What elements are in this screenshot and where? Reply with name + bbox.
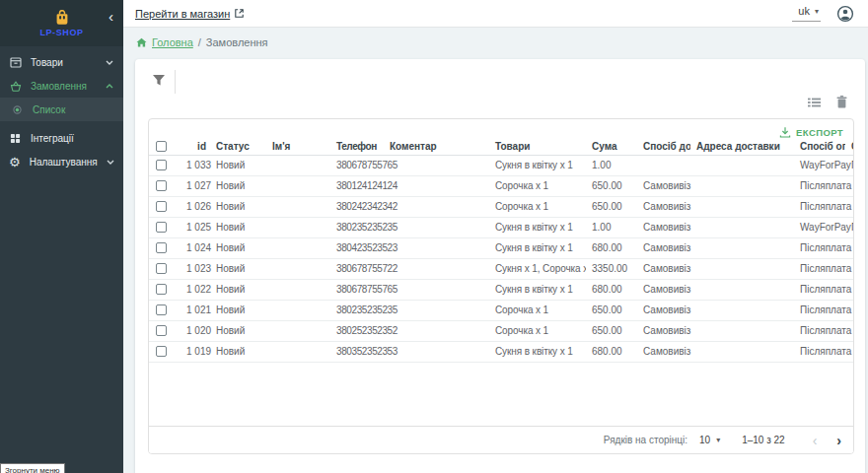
logo[interactable]: LP-SHOP [39, 10, 83, 37]
cell-address [690, 258, 794, 279]
shopping-bag-icon [54, 10, 70, 26]
breadcrumb-home-link[interactable]: Головна [152, 36, 193, 48]
order-row[interactable]: 1 024 Новий 380423523523 Сукня в квітку … [149, 237, 854, 258]
sidebar-subitem-label: Список [33, 104, 65, 115]
row-checkbox[interactable] [156, 242, 167, 253]
cell-id: 1 033 [181, 155, 210, 175]
row-checkbox[interactable] [156, 304, 167, 315]
order-row[interactable]: 1 019 Новий 380352352353 Сукня в квітку … [149, 341, 854, 362]
cell-payment: Післяплата [794, 237, 845, 258]
sidebar-item-integrations[interactable]: Інтеграції [0, 126, 123, 150]
grid-icon [9, 133, 22, 144]
cell-checkbox [149, 258, 181, 279]
cell-sum: 650.00 [586, 196, 637, 217]
account-button[interactable] [836, 5, 854, 23]
cell-phone: 380678755722 [332, 258, 384, 279]
col-header-comment: Коментар [384, 138, 489, 155]
order-row[interactable]: 1 026 Новий 380242342342 Сорочка x 1 650… [149, 196, 854, 217]
cell-goods: Сорочка x 1 [489, 300, 586, 320]
topbar: Перейти в магазин uk ▾ [123, 0, 868, 28]
cell-phone: 380423523523 [332, 237, 384, 258]
cell-phone: 380678755765 [332, 155, 384, 175]
cell-goods: Сорочка x 1 [489, 196, 586, 217]
funnel-icon [152, 74, 166, 87]
col-header-sum: Сума [586, 138, 637, 155]
sidebar-item-orders[interactable]: Замовлення [0, 74, 123, 98]
cell-phone: 380252352352 [332, 320, 384, 341]
external-link-icon [234, 8, 245, 19]
next-page-button[interactable]: › [832, 434, 845, 447]
cell-name [266, 217, 332, 237]
language-select[interactable]: uk ▾ [792, 5, 821, 22]
row-checkbox[interactable] [156, 263, 167, 274]
cell-name [266, 341, 332, 362]
row-checkbox[interactable] [156, 160, 167, 170]
cell-comment [384, 217, 489, 237]
view-list-button[interactable] [808, 98, 821, 107]
delete-button[interactable] [836, 96, 847, 108]
cell-comment [384, 320, 489, 341]
orders-panel: ЕКСПОРТ id Статус Ім'я Телефон К [135, 59, 865, 473]
row-checkbox[interactable] [156, 222, 167, 233]
row-checkbox[interactable] [156, 201, 167, 212]
cell-phone: 380352352353 [332, 341, 384, 362]
order-row[interactable]: 1 021 Новий 380235235235 Сорочка x 1 650… [149, 300, 854, 320]
cell-delivery: Самовивіз [637, 217, 690, 237]
rows-per-page-select[interactable]: 10 ▾ [699, 435, 720, 445]
cell-status: Новий [210, 258, 266, 279]
cell-name [266, 237, 332, 258]
caret-down-icon: ▾ [815, 7, 819, 16]
row-checkbox[interactable] [156, 346, 167, 357]
cell-delivery: Самовивіз [637, 175, 690, 196]
col-header-name: Ім'я [266, 138, 332, 155]
sidebar-item-label: Налаштування [30, 157, 98, 168]
cell-goods: Сукня x 1, Сорочка x 4 [489, 258, 586, 279]
cell-phone: 380678755765 [332, 279, 384, 300]
cell-id: 1 023 [181, 258, 210, 279]
sidebar-item-label: Замовлення [31, 81, 87, 92]
export-button[interactable]: ЕКСПОРТ [779, 126, 843, 138]
sidebar-item-products[interactable]: Товари [0, 50, 123, 74]
row-checkbox[interactable] [156, 284, 167, 295]
pagination-bar: Рядків на сторінці: 10 ▾ 1–10 з 22 ‹ › [149, 426, 853, 453]
cell-comment [384, 279, 489, 300]
order-row[interactable]: 1 025 Новий 380235235235 Сукня в квітку … [149, 217, 854, 237]
breadcrumb-separator: / [198, 36, 201, 48]
radio-dot-icon [11, 105, 24, 114]
col-header-status: Статус [210, 138, 266, 155]
sidebar-item-orders-list[interactable]: Список [0, 98, 123, 121]
cell-status: Новий [210, 217, 266, 237]
view-list-icon [808, 98, 821, 107]
order-row[interactable]: 1 033 Новий 380678755765 Сукня в квітку … [149, 155, 854, 175]
home-icon [136, 37, 147, 47]
prev-page-button[interactable]: ‹ [809, 434, 822, 447]
filter-button[interactable] [148, 70, 170, 90]
order-row[interactable]: 1 027 Новий 380124124124 Сорочка x 1 650… [149, 175, 854, 196]
go-to-store-link[interactable]: Перейти в магазин [135, 8, 245, 20]
chevron-down-icon [107, 160, 114, 165]
cell-goods: Сукня в квітку x 1 [489, 217, 586, 237]
sidebar-nav: Товари Замовлення Список [0, 46, 123, 173]
cell-checkbox [149, 320, 181, 341]
collapse-sidebar-button[interactable]: ‹ [108, 9, 113, 24]
row-checkbox[interactable] [156, 325, 167, 336]
cell-address [690, 175, 794, 196]
sidebar-item-label: Товари [31, 57, 63, 68]
cell-phone: 380124124124 [332, 175, 384, 196]
order-row[interactable]: 1 023 Новий 380678755722 Сукня x 1, Соро… [149, 258, 854, 279]
trash-icon [836, 96, 847, 108]
order-row[interactable]: 1 020 Новий 380252352352 Сорочка x 1 650… [149, 320, 854, 341]
cell-phone: 380235235235 [332, 300, 384, 320]
cell-sum: 680.00 [586, 279, 637, 300]
cell-name [266, 320, 332, 341]
cell-name [266, 155, 332, 175]
cell-checkbox [149, 155, 181, 175]
order-row[interactable]: 1 022 Новий 380678755765 Сукня в квітку … [149, 279, 854, 300]
cell-name [266, 175, 332, 196]
select-all-checkbox[interactable] [156, 141, 167, 152]
cell-checkbox [149, 279, 181, 300]
sidebar-item-settings[interactable]: ⚙ Налаштування [0, 150, 123, 173]
cell-status: Новий [210, 237, 266, 258]
breadcrumb-current: Замовлення [206, 36, 268, 48]
row-checkbox[interactable] [156, 180, 167, 191]
